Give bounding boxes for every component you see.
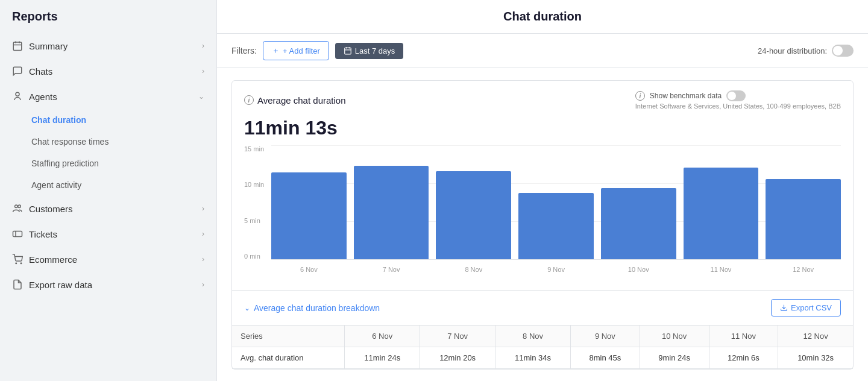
sidebar: Reports Summary › Chats › Agents ⌄ xyxy=(0,0,217,381)
filters-right: 24-hour distribution: xyxy=(758,45,854,57)
plus-icon: ＋ xyxy=(272,45,280,56)
sidebar-item-agents[interactable]: Agents ⌄ xyxy=(0,84,216,109)
table-header-cell: 12 Nov xyxy=(778,326,853,347)
value-cell: 12min 20s xyxy=(420,347,495,369)
breakdown-title[interactable]: ⌄ Average chat duration breakdown xyxy=(244,303,380,313)
chart-bar xyxy=(684,168,759,259)
sidebar-item-tickets[interactable]: Tickets › xyxy=(0,221,216,247)
svg-point-5 xyxy=(15,205,18,208)
sidebar-item-label: Chats xyxy=(29,66,52,77)
sidebar-item-label: Ecommerce xyxy=(29,254,77,265)
sidebar-item-customers[interactable]: Customers › xyxy=(0,196,216,221)
bar-group xyxy=(601,145,676,259)
bar-group xyxy=(436,145,511,259)
info-icon: i xyxy=(244,95,254,105)
y-label-15: 15 min xyxy=(244,145,268,153)
chevron-right-icon: › xyxy=(202,67,204,75)
table-row: Avg. chat duration11min 24s12min 20s11mi… xyxy=(232,347,853,369)
distribution-toggle[interactable] xyxy=(832,45,854,57)
table-header-cell: 6 Nov xyxy=(345,326,420,347)
chart-bar xyxy=(518,193,594,259)
x-label: 6 Nov xyxy=(271,263,347,278)
value-cell: 9min 24s xyxy=(640,347,709,369)
sidebar-sub-chat-response[interactable]: Chat response times xyxy=(0,131,216,153)
export-csv-button[interactable]: Export CSV xyxy=(771,299,841,316)
sidebar-item-label: Summary xyxy=(29,41,68,51)
sidebar-item-label: Export raw data xyxy=(29,280,92,290)
sidebar-item-export[interactable]: Export raw data › xyxy=(0,272,216,297)
calendar-icon xyxy=(12,40,23,51)
sidebar-sub-agent-activity[interactable]: Agent activity xyxy=(0,174,216,196)
benchmark-sub: Internet Software & Services, United Sta… xyxy=(635,102,841,110)
export-label: Export CSV xyxy=(791,303,832,312)
value-cell: 12min 6s xyxy=(709,347,778,369)
sidebar-item-label: Customers xyxy=(29,204,73,214)
card-title: i Average chat duration xyxy=(244,95,346,105)
distribution-label: 24-hour distribution: xyxy=(758,46,827,55)
x-label: 8 Nov xyxy=(436,263,511,278)
y-axis: 15 min 10 min 5 min 0 min xyxy=(244,145,268,260)
card-title-label: Average chat duration xyxy=(257,95,346,105)
toggle-knob xyxy=(833,46,843,55)
add-filter-label: + Add filter xyxy=(283,46,320,55)
y-label-10: 10 min xyxy=(244,181,268,188)
bar-group xyxy=(684,145,759,259)
chart-area: 15 min 10 min 5 min 0 min 6 Nov7 Nov xyxy=(244,145,841,278)
svg-point-6 xyxy=(18,205,21,208)
filters-bar: Filters: ＋ + Add filter Last 7 days 24-h… xyxy=(217,34,868,68)
breakdown-title-label: Average chat duration breakdown xyxy=(254,303,380,313)
table-header-cell: 10 Nov xyxy=(640,326,709,347)
sidebar-sub-staffing[interactable]: Staffing prediction xyxy=(0,153,216,174)
breakdown-header: ⌄ Average chat duration breakdown Export… xyxy=(232,290,853,325)
chevron-right-icon: › xyxy=(202,204,204,213)
chart-container: 15 min 10 min 5 min 0 min 6 Nov7 Nov xyxy=(232,139,853,290)
benchmark-toggle[interactable] xyxy=(726,90,746,101)
chevron-right-icon: › xyxy=(202,255,204,263)
bar-group xyxy=(518,145,594,259)
filters-label: Filters: xyxy=(231,46,257,55)
chevron-right-icon: › xyxy=(202,280,204,289)
chevron-down-icon: ⌄ xyxy=(198,92,204,101)
chevron-right-icon: › xyxy=(202,42,204,50)
table-header-cell: 8 Nov xyxy=(495,326,571,347)
content-area: i Average chat duration i Show benchmark… xyxy=(217,68,868,381)
app-title: Reports xyxy=(0,0,216,33)
benchmark-toggle-knob xyxy=(728,92,736,100)
card-header: i Average chat duration i Show benchmark… xyxy=(232,81,853,110)
series-cell: Avg. chat duration xyxy=(232,347,345,369)
date-range-button[interactable]: Last 7 days xyxy=(335,43,404,59)
bars-area xyxy=(271,145,841,260)
benchmark-label: Show benchmark data xyxy=(650,92,722,100)
bar-group xyxy=(271,145,347,259)
svg-point-4 xyxy=(16,92,19,96)
page-title: Chat duration xyxy=(231,10,854,24)
sidebar-item-ecommerce[interactable]: Ecommerce › xyxy=(0,247,216,272)
y-label-5: 5 min xyxy=(244,217,268,224)
x-labels: 6 Nov7 Nov8 Nov9 Nov10 Nov11 Nov12 Nov xyxy=(271,263,841,278)
people-icon xyxy=(12,203,23,214)
x-label: 9 Nov xyxy=(518,263,594,278)
add-filter-button[interactable]: ＋ + Add filter xyxy=(263,41,329,60)
sidebar-item-summary[interactable]: Summary › xyxy=(0,33,216,58)
chevron-down-icon: ⌄ xyxy=(244,304,250,312)
chart-bar xyxy=(436,171,511,259)
date-range-label: Last 7 days xyxy=(355,46,395,55)
big-stat: 11min 13s xyxy=(232,110,853,139)
sidebar-item-label: Agents xyxy=(29,92,57,102)
page-header: Chat duration xyxy=(217,0,868,34)
x-label: 10 Nov xyxy=(601,263,676,278)
sidebar-sub-chat-duration[interactable]: Chat duration xyxy=(0,109,216,131)
person-icon xyxy=(12,91,23,102)
value-cell: 8min 45s xyxy=(571,347,640,369)
table-header-cell: 7 Nov xyxy=(420,326,495,347)
cart-icon xyxy=(12,254,23,265)
ticket-icon xyxy=(12,228,23,239)
y-label-0: 0 min xyxy=(244,253,268,260)
chart-card: i Average chat duration i Show benchmark… xyxy=(231,80,854,370)
x-label: 11 Nov xyxy=(684,263,759,278)
chevron-right-icon: › xyxy=(202,230,204,238)
value-cell: 11min 34s xyxy=(495,347,571,369)
chat-icon xyxy=(12,66,23,77)
x-label: 12 Nov xyxy=(766,263,841,278)
sidebar-item-chats[interactable]: Chats › xyxy=(0,58,216,84)
